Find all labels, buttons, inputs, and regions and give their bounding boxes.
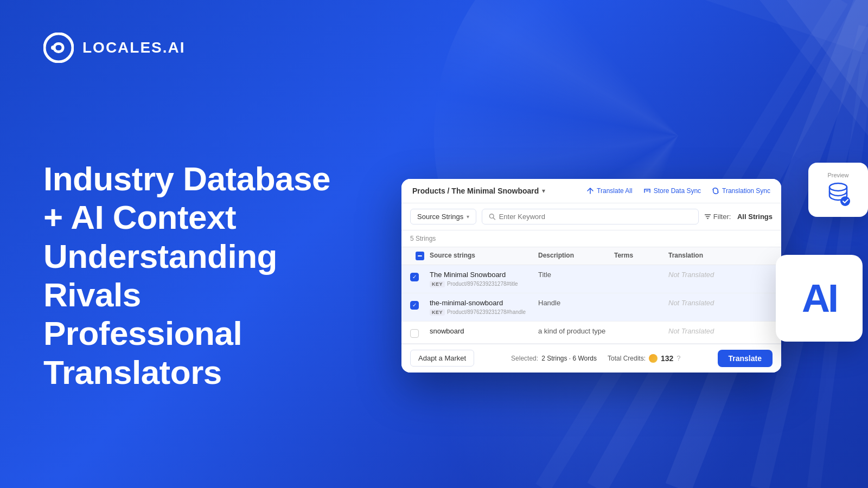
selected-info: Selected: 2 Strings · 6 Words — [511, 355, 597, 362]
row1-description: Title — [538, 271, 614, 279]
row1-meta: KEY Product/8976239231278#title — [430, 281, 538, 287]
row3-source-text: snowboard — [430, 327, 538, 335]
row1-translation: Not Translated — [668, 271, 773, 279]
col-description: Description — [538, 252, 614, 260]
col-translation: Translation — [668, 252, 773, 260]
logo-area: LOCALES.AI — [43, 33, 825, 63]
row3-source: snowboard — [430, 327, 538, 335]
logo-icon — [43, 33, 74, 63]
store-data-sync-icon — [643, 187, 651, 195]
source-strings-label: Source Strings — [417, 213, 463, 221]
preview-badge: Preview — [808, 163, 868, 217]
select-all-checkbox[interactable] — [410, 252, 430, 260]
translate-button[interactable]: Translate — [718, 350, 773, 367]
strings-count: 5 Strings — [401, 230, 781, 247]
database-icon — [825, 181, 852, 208]
translate-all-icon — [586, 187, 594, 195]
svg-point-8 — [44, 34, 73, 62]
left-content: Industry Database + AI Context Understan… — [43, 159, 358, 391]
filter-label: Filter: — [713, 213, 731, 221]
selected-value: 2 Strings · 6 Words — [541, 355, 597, 362]
ai-badge: AI — [776, 255, 863, 342]
row1-source-text: The Minimal Snowboard — [430, 271, 538, 279]
search-icon — [489, 213, 495, 220]
credits-area: Total Credits: 132 ? — [608, 354, 681, 363]
ai-text: AI — [802, 279, 837, 318]
svg-point-9 — [51, 46, 55, 50]
header-actions: Translate All Store Data Sync — [586, 187, 770, 195]
row2-translation: Not Translated — [668, 299, 773, 307]
toolbar: Source Strings ▾ — [401, 203, 781, 230]
row2-description: Handle — [538, 299, 614, 307]
table-row: ✓ The Minimal Snowboard KEY Product/8976… — [401, 265, 781, 293]
svg-line-13 — [493, 217, 495, 219]
source-strings-button[interactable]: Source Strings ▾ — [410, 209, 476, 224]
row3-checkbox[interactable] — [410, 327, 430, 338]
table-row: snowboard a kind of product type Not Tra… — [401, 322, 781, 344]
store-data-sync-button[interactable]: Store Data Sync — [643, 187, 701, 195]
total-credits-label: Total Credits: — [608, 355, 646, 362]
help-icon[interactable]: ? — [676, 354, 680, 362]
svg-point-10 — [829, 183, 847, 191]
selected-label: Selected: — [511, 355, 538, 362]
row3-description: a kind of product type — [538, 327, 614, 335]
right-content: Preview AI — [358, 179, 825, 373]
search-input[interactable] — [499, 213, 692, 221]
col-source-strings: Source strings — [430, 252, 538, 260]
row2-checkbox[interactable]: ✓ — [410, 299, 430, 310]
row1-checkbox[interactable]: ✓ — [410, 271, 430, 281]
preview-label: Preview — [827, 172, 848, 178]
credits-amount: 132 — [661, 354, 673, 363]
adapt-market-button[interactable]: Adapt a Market — [410, 350, 474, 367]
app-window: Products / The Minimal Snowboard ▾ Trans… — [401, 179, 781, 373]
row3-translation: Not Translated — [668, 327, 773, 335]
breadcrumb[interactable]: Products / The Minimal Snowboard ▾ — [412, 187, 545, 195]
row1-source: The Minimal Snowboard KEY Product/897623… — [430, 271, 538, 287]
table-row: ✓ the-minimal-snowboard KEY Product/8976… — [401, 293, 781, 322]
headline: Industry Database + AI Context Understan… — [43, 159, 336, 391]
breadcrumb-text: Products / The Minimal Snowboard — [412, 187, 539, 195]
translation-sync-button[interactable]: Translation Sync — [712, 187, 770, 195]
table-header: Source strings Description Terms Transla… — [401, 247, 781, 265]
col-terms: Terms — [614, 252, 668, 260]
filter-area: Filter: All Strings — [704, 213, 773, 221]
translation-sync-icon — [712, 187, 719, 195]
row2-source-text: the-minimal-snowboard — [430, 299, 538, 307]
row2-source: the-minimal-snowboard KEY Product/897623… — [430, 299, 538, 316]
translate-all-button[interactable]: Translate All — [586, 187, 633, 195]
search-box[interactable] — [482, 209, 699, 224]
credits-coin-icon — [649, 354, 658, 363]
svg-point-11 — [840, 196, 850, 206]
window-footer: Adapt a Market Selected: 2 Strings · 6 W… — [401, 344, 781, 373]
filter-icon — [704, 213, 711, 220]
breadcrumb-chevron-icon: ▾ — [542, 187, 545, 195]
row2-meta: KEY Product/8976239231278#handle — [430, 309, 538, 316]
logo-text: LOCALES.AI — [82, 39, 186, 56]
filter-value: All Strings — [737, 213, 773, 221]
window-header: Products / The Minimal Snowboard ▾ Trans… — [401, 179, 781, 203]
source-strings-chevron-icon: ▾ — [467, 214, 469, 220]
